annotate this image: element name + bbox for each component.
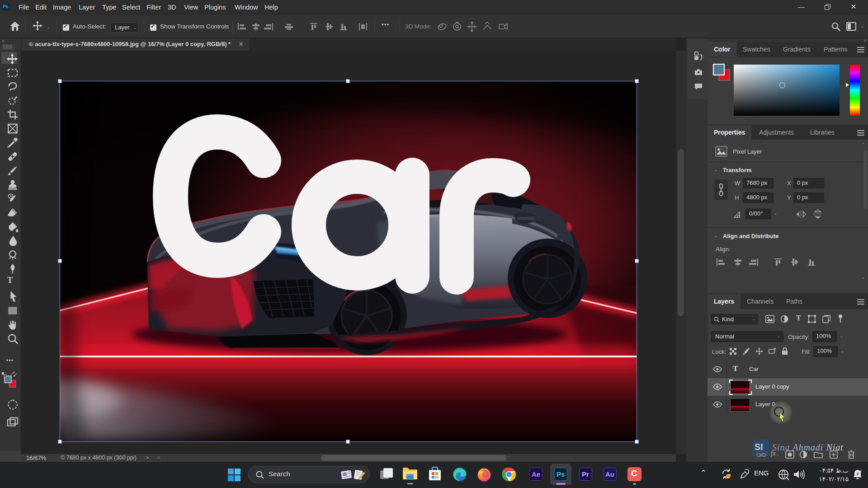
svg-text:z: z: [857, 471, 859, 476]
svg-text:z: z: [860, 469, 862, 473]
